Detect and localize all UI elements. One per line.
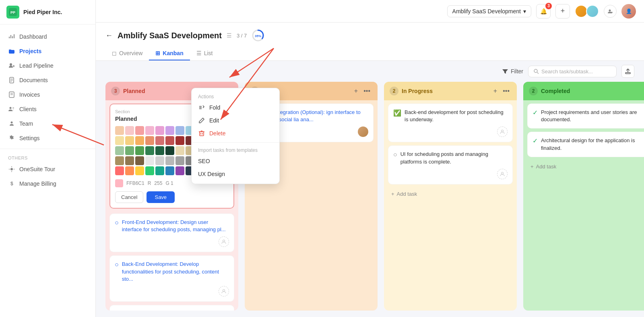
color-swatch-12[interactable]	[145, 136, 154, 145]
task-footer	[115, 236, 229, 247]
tab-list[interactable]: ☰ List	[190, 47, 219, 60]
color-swatch-21[interactable]	[145, 146, 154, 155]
task-title: Architectural design for the application…	[541, 137, 644, 151]
todo-more-button[interactable]: •••	[362, 87, 372, 95]
color-swatch-5[interactable]	[165, 126, 174, 135]
search-box[interactable]: Search task/subtask...	[528, 66, 617, 77]
task-card[interactable]: ○ Front-End Development: Design user int…	[109, 213, 234, 252]
export-button[interactable]	[621, 65, 634, 78]
color-swatch-29[interactable]	[135, 156, 144, 165]
task-footer	[393, 126, 508, 137]
cancel-button[interactable]: Cancel	[115, 191, 143, 203]
company-name: Pied Piper Inc.	[23, 9, 62, 15]
color-swatch-20[interactable]	[135, 146, 144, 155]
color-swatch-24[interactable]	[175, 146, 184, 155]
save-button[interactable]: Save	[147, 191, 175, 203]
color-swatch-3[interactable]	[145, 126, 154, 135]
sidebar-item-projects[interactable]: Projects	[0, 44, 95, 58]
color-swatch-0[interactable]	[115, 126, 124, 135]
settings-label: Settings	[19, 135, 40, 141]
color-swatch-15[interactable]	[175, 136, 184, 145]
color-swatch-32[interactable]	[165, 156, 174, 165]
tab-kanban[interactable]: ⊞ Kanban	[149, 47, 190, 60]
sidebar-item-documents[interactable]: Documents	[0, 73, 95, 87]
sidebar-item-invoices[interactable]: Invoices	[0, 87, 95, 102]
color-swatch-2[interactable]	[135, 126, 144, 135]
task-card[interactable]: ○ UI for scheduling posts and managing p…	[388, 145, 513, 184]
color-swatch-27[interactable]	[115, 156, 124, 165]
sidebar-item-dashboard[interactable]: Dashboard	[0, 29, 95, 44]
edit-icon	[198, 117, 205, 124]
toolbar: Filter Search task/subtask...	[96, 61, 644, 82]
check-circle-icon: ○	[115, 261, 119, 268]
task-check: ○ Front-End Development: Design user int…	[115, 219, 229, 236]
task-count: 3 / 7	[237, 33, 247, 39]
color-swatch-28[interactable]	[125, 156, 134, 165]
task-card[interactable]: ○ Back-End Development: Develop function…	[109, 255, 234, 302]
sidebar-divider	[0, 149, 95, 149]
back-button[interactable]: ←	[105, 31, 113, 40]
add-task-button-completed[interactable]: + Add task	[527, 160, 644, 173]
completed-count: 2	[529, 87, 538, 95]
lead-pipeline-label: Lead Pipeline	[19, 62, 54, 69]
color-swatch-13[interactable]	[155, 136, 164, 145]
task-card[interactable]: ○ Competitive Analysis	[109, 305, 234, 311]
add-button[interactable]: +	[555, 4, 570, 19]
add-member-button[interactable]	[604, 5, 617, 18]
sidebar-item-onesuite-tour[interactable]: OneSuite Tour	[0, 162, 95, 176]
documents-label: Documents	[19, 77, 48, 83]
color-swatch-42[interactable]	[175, 166, 184, 175]
sidebar-item-team[interactable]: Team	[0, 116, 95, 131]
notification-badge: 3	[545, 3, 552, 9]
main-content: Amblify SaaS Development ▾ 🔔 3 + 👤 ← Amb…	[96, 0, 644, 317]
dropdown-divider	[192, 142, 279, 143]
color-swatch-14[interactable]	[165, 136, 174, 145]
tab-overview[interactable]: ◻ Overview	[105, 47, 149, 60]
completed-col-body: ✓ Project requirements and user stories …	[523, 100, 644, 311]
color-swatch-39[interactable]	[145, 166, 154, 175]
color-swatch-31[interactable]	[155, 156, 164, 165]
page-title: Amblify SaaS Development	[118, 31, 222, 40]
color-swatch-23[interactable]	[165, 146, 174, 155]
todo-add-button[interactable]: +	[353, 87, 359, 95]
user-avatar[interactable]: 👤	[621, 4, 636, 19]
notification-button[interactable]: 🔔 3	[536, 4, 551, 19]
color-swatch-40[interactable]	[155, 166, 164, 175]
color-swatch-10[interactable]	[125, 136, 134, 145]
add-task-button-inprogress[interactable]: + Add task	[388, 188, 513, 200]
edit-menu-item[interactable]: Edit	[192, 114, 279, 127]
color-swatch-6[interactable]	[175, 126, 184, 135]
task-card[interactable]: ✓ Architectural design for the applicati…	[527, 132, 644, 157]
color-swatch-9[interactable]	[115, 136, 124, 145]
task-title: Back-end development for post scheduling…	[405, 109, 508, 123]
template-seo[interactable]: SEO	[192, 155, 279, 168]
color-swatch-11[interactable]	[135, 136, 144, 145]
page-header: ← Amblify SaaS Development ☰ 3 / 7 35% ◻…	[96, 23, 644, 61]
color-swatch-1[interactable]	[125, 126, 134, 135]
task-card[interactable]: ✓ Project requirements and user stories …	[527, 104, 644, 128]
inprogress-more-button[interactable]: •••	[501, 87, 511, 95]
template-ux-design[interactable]: UX Design	[192, 168, 279, 180]
task-avatar-person	[358, 126, 368, 137]
inprogress-add-button[interactable]: +	[492, 87, 499, 95]
color-swatch-30[interactable]	[145, 156, 154, 165]
project-selector[interactable]: Amblify SaaS Development ▾	[447, 5, 531, 17]
sidebar-item-settings[interactable]: Settings	[0, 131, 95, 145]
filter-button[interactable]: Filter	[502, 68, 523, 75]
projects-label: Projects	[19, 48, 41, 54]
color-swatch-18[interactable]	[115, 146, 124, 155]
color-swatch-19[interactable]	[125, 146, 134, 155]
color-swatch-22[interactable]	[155, 146, 164, 155]
delete-menu-item[interactable]: Delete	[192, 127, 279, 140]
sidebar-item-clients[interactable]: Clients	[0, 102, 95, 116]
sidebar-item-manage-billing[interactable]: $ Manage Billing	[0, 176, 95, 191]
fold-menu-item[interactable]: Fold	[192, 101, 279, 114]
color-swatch-33[interactable]	[175, 156, 184, 165]
color-swatch-37[interactable]	[125, 166, 134, 175]
color-swatch-41[interactable]	[165, 166, 174, 175]
sidebar-item-lead-pipeline[interactable]: Lead Pipeline	[0, 58, 95, 73]
color-swatch-4[interactable]	[155, 126, 164, 135]
color-swatch-38[interactable]	[135, 166, 144, 175]
color-swatch-36[interactable]	[115, 166, 124, 175]
task-card[interactable]: ✅ Back-end development for post scheduli…	[388, 104, 513, 142]
